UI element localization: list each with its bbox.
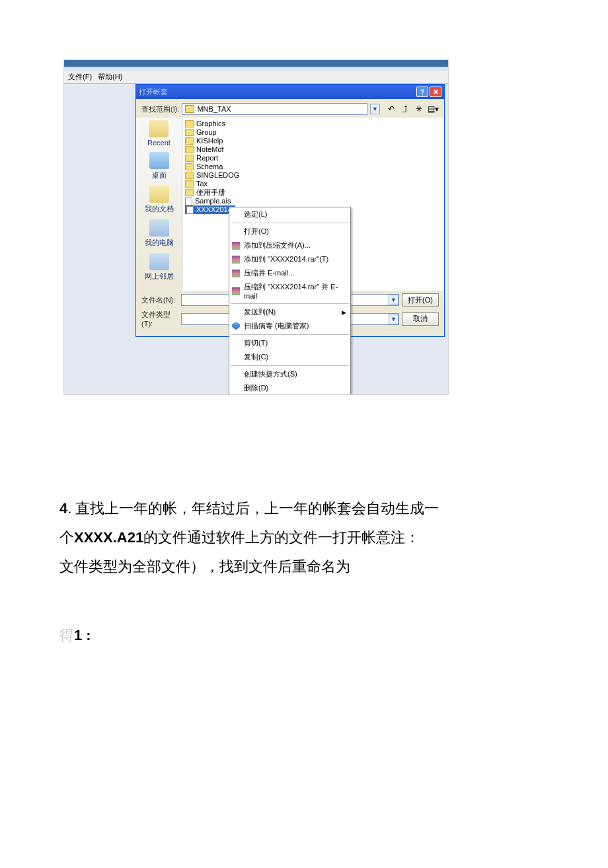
new-folder-icon[interactable]: ✳ bbox=[413, 103, 425, 115]
up-folder-icon[interactable]: ⮥ bbox=[399, 103, 411, 115]
dropdown-arrow-icon[interactable]: ▼ bbox=[389, 314, 399, 324]
recent-icon bbox=[149, 120, 169, 137]
dialog-toolbar: ↶ ⮥ ✳ ▤▾ bbox=[385, 103, 439, 115]
folder-icon bbox=[185, 120, 194, 127]
ctx-scan-virus[interactable]: 扫描病毒 (电脑管家) bbox=[229, 319, 350, 333]
close-button[interactable]: ✕ bbox=[430, 87, 441, 97]
ctx-delete[interactable]: 删除(D) bbox=[229, 381, 350, 394]
step-number: 4 bbox=[59, 500, 67, 517]
app-menubar: 文件(F) 帮助(H) bbox=[64, 71, 448, 84]
ctx-separator bbox=[231, 303, 349, 304]
context-menu: 选定(L) 打开(O) 添加到压缩文件(A)... 添加到 "XXXX2014.… bbox=[229, 207, 351, 394]
sidebar-item-label: 我的电脑 bbox=[145, 238, 174, 248]
lookin-combo[interactable]: MNB_TAX bbox=[182, 103, 367, 115]
network-icon bbox=[149, 253, 169, 270]
folder-open-icon bbox=[185, 105, 194, 113]
lookin-row: 查找范围(I): MNB_TAX ▼ ↶ ⮥ ✳ ▤▾ bbox=[136, 99, 444, 118]
ctx-separator bbox=[231, 334, 349, 335]
chevron-right-icon: ▶ bbox=[342, 309, 346, 316]
dropdown-arrow-icon[interactable]: ▼ bbox=[389, 295, 399, 305]
ctx-add-archive[interactable]: 添加到压缩文件(A)... bbox=[229, 238, 350, 252]
file-icon bbox=[185, 198, 192, 205]
folder-icon bbox=[185, 172, 194, 179]
file-item[interactable]: NoteMdf bbox=[185, 145, 441, 154]
lookin-dropdown-arrow[interactable]: ▼ bbox=[370, 104, 380, 114]
ctx-open[interactable]: 打开(O) bbox=[229, 225, 350, 238]
folder-icon bbox=[185, 189, 194, 196]
dialog-titlebar: 打开帐套 ? ✕ bbox=[136, 85, 444, 99]
paragraph: 4. 直找上一年的帐，年结过后，上一年的帐套会自动生成一 bbox=[59, 494, 555, 523]
ctx-zip-email[interactable]: 压缩并 E-mail... bbox=[229, 266, 350, 280]
folder-icon bbox=[185, 180, 194, 188]
dialog-main: Recent 桌面 我的文档 我的电脑 bbox=[136, 118, 444, 291]
sidebar-item-recent[interactable]: Recent bbox=[147, 120, 171, 147]
rar-icon bbox=[232, 242, 240, 250]
menu-help[interactable]: 帮助(H) bbox=[98, 73, 122, 81]
cancel-button[interactable]: 取消 bbox=[402, 312, 439, 326]
ctx-copy[interactable]: 复制(C) bbox=[229, 350, 350, 364]
file-item[interactable]: 使用手册 bbox=[185, 188, 441, 197]
file-item[interactable]: Graphics bbox=[185, 120, 441, 128]
view-menu-icon[interactable]: ▤▾ bbox=[427, 103, 439, 115]
file-item[interactable]: Tax bbox=[185, 180, 441, 188]
places-sidebar: Recent 桌面 我的文档 我的电脑 bbox=[136, 118, 182, 291]
desktop-icon bbox=[149, 152, 169, 169]
paragraph: 个XXXX.A21的文件通过软件上方的文件一打开帐意注： bbox=[59, 523, 555, 552]
shield-icon bbox=[232, 322, 240, 330]
file-item[interactable]: Sample.ais bbox=[185, 197, 441, 205]
folder-icon bbox=[185, 155, 194, 162]
ctx-add-rar[interactable]: 添加到 "XXXX2014.rar"(T) bbox=[229, 252, 350, 266]
menu-file[interactable]: 文件(F) bbox=[68, 73, 92, 81]
file-item[interactable]: Report bbox=[185, 154, 441, 163]
sidebar-item-label: Recent bbox=[147, 139, 171, 147]
file-open-dialog: 打开帐套 ? ✕ 查找范围(I): MNB_TAX ▼ ↶ ⮥ bbox=[135, 84, 445, 337]
folder-icon bbox=[185, 137, 194, 145]
folder-icon bbox=[185, 129, 194, 136]
file-item[interactable]: SINGLEDOG bbox=[185, 171, 441, 180]
sidebar-item-network[interactable]: 网上邻居 bbox=[145, 253, 174, 281]
footer-line: 得1 : bbox=[59, 621, 555, 650]
ctx-zip-rar-email[interactable]: 压缩到 "XXXX2014.rar" 并 E-mail bbox=[229, 280, 350, 302]
ctx-select[interactable]: 选定(L) bbox=[229, 207, 350, 221]
lookin-value: MNB_TAX bbox=[197, 105, 231, 113]
dialog-title: 打开帐套 bbox=[139, 87, 168, 97]
rar-icon bbox=[232, 287, 240, 295]
screenshot-region: 文件(F) 帮助(H) 打开帐套 ? ✕ 查找范围(I): MNB_TAX bbox=[63, 59, 449, 395]
sidebar-item-label: 桌面 bbox=[152, 170, 167, 180]
rar-icon bbox=[232, 256, 240, 264]
paragraph: 文件类型为全部文件），找到文件后重命名为 bbox=[59, 552, 555, 581]
sidebar-item-label: 网上邻居 bbox=[145, 271, 174, 281]
file-item[interactable]: Schema bbox=[185, 163, 441, 171]
file-item[interactable]: Group bbox=[185, 128, 441, 137]
file-item[interactable]: KISHelp bbox=[185, 137, 441, 145]
rar-icon bbox=[232, 270, 240, 277]
sidebar-item-mycomputer[interactable]: 我的电脑 bbox=[145, 219, 174, 248]
sidebar-item-label: 我的文档 bbox=[145, 204, 174, 214]
ctx-shortcut[interactable]: 创建快捷方式(S) bbox=[229, 367, 350, 381]
file-list-pane[interactable]: Graphics Group KISHelp NoteMdf Report Sc… bbox=[182, 118, 444, 291]
help-button[interactable]: ? bbox=[416, 87, 428, 97]
app-window: 文件(F) 帮助(H) 打开帐套 ? ✕ 查找范围(I): MNB_TAX bbox=[64, 60, 448, 394]
document-text: 4. 直找上一年的帐，年结过后，上一年的帐套会自动生成一 个XXXX.A21的文… bbox=[59, 494, 555, 650]
app-titlebar bbox=[64, 60, 448, 67]
filetype-label: 文件类型(T): bbox=[141, 310, 178, 328]
mydocs-icon bbox=[149, 186, 169, 203]
file-item-selected[interactable]: XXXX2014. bbox=[185, 205, 235, 214]
folder-icon bbox=[185, 146, 194, 153]
ctx-separator bbox=[231, 365, 349, 366]
back-icon[interactable]: ↶ bbox=[385, 103, 397, 115]
ctx-separator bbox=[231, 223, 349, 223]
filename-label: 文件名(N): bbox=[141, 295, 178, 305]
sidebar-item-desktop[interactable]: 桌面 bbox=[149, 152, 169, 180]
folder-icon bbox=[185, 163, 194, 170]
lookin-label: 查找范围(I): bbox=[141, 104, 179, 114]
app-body: 打开帐套 ? ✕ 查找范围(I): MNB_TAX ▼ ↶ ⮥ bbox=[64, 84, 448, 394]
file-icon bbox=[186, 206, 194, 214]
open-button[interactable]: 打开(O) bbox=[402, 293, 439, 307]
ctx-cut[interactable]: 剪切(T) bbox=[229, 336, 350, 350]
mycomputer-icon bbox=[149, 219, 169, 236]
sidebar-item-mydocs[interactable]: 我的文档 bbox=[145, 186, 174, 214]
ctx-sendto[interactable]: 发送到(N)▶ bbox=[229, 305, 350, 319]
